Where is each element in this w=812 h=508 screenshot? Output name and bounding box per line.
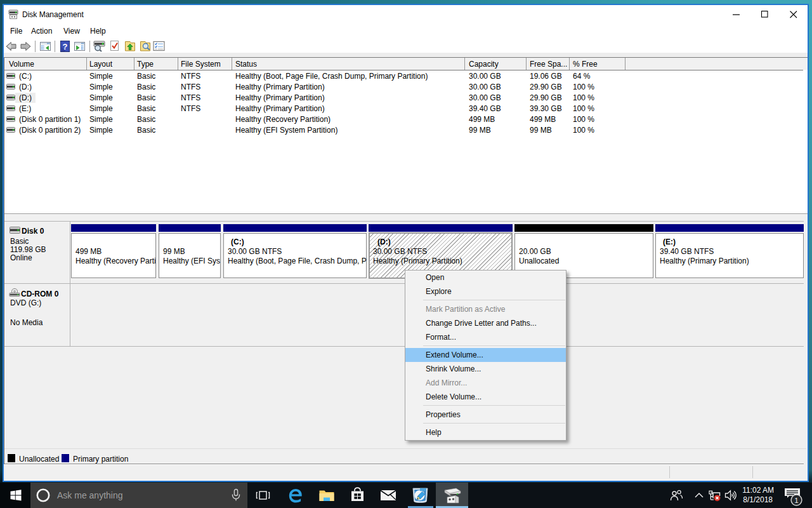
svg-text:1: 1 <box>794 497 798 504</box>
svg-text:?: ? <box>63 42 68 51</box>
